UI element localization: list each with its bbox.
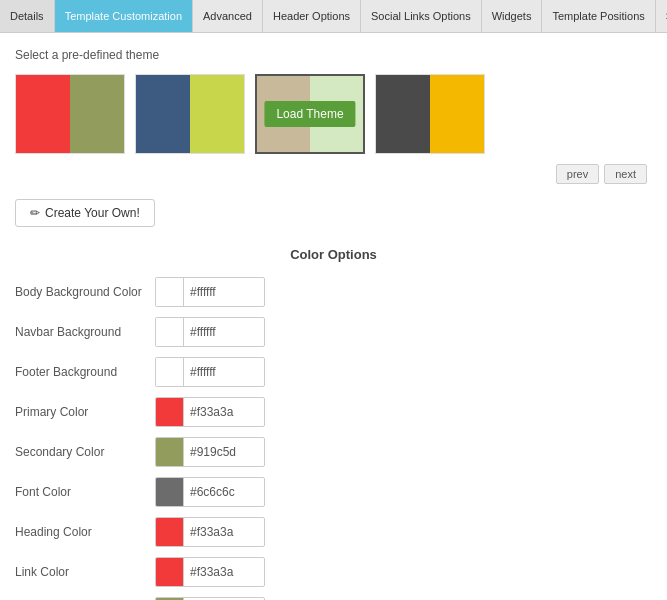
color-swatch-small[interactable] — [156, 358, 184, 386]
theme-swatch-theme4[interactable] — [375, 74, 485, 154]
theme-swatch-theme3[interactable]: Load Theme — [255, 74, 365, 154]
prev-button[interactable]: prev — [556, 164, 599, 184]
color-input-group — [155, 437, 265, 467]
color-text-input[interactable] — [184, 561, 264, 583]
color-swatch-small[interactable] — [156, 478, 184, 506]
color-rows-container: Body Background ColorNavbar BackgroundFo… — [15, 277, 652, 600]
load-theme-button[interactable]: Load Theme — [264, 101, 355, 127]
color-row-2: Footer Background — [15, 357, 652, 387]
tab-widgets[interactable]: Widgets — [482, 0, 543, 32]
theme-swatches: Load Theme — [15, 74, 652, 154]
color-row-1: Navbar Background — [15, 317, 652, 347]
color-swatch-small[interactable] — [156, 318, 184, 346]
color-row-4: Secondary Color — [15, 437, 652, 467]
swatch-color-left — [376, 75, 430, 153]
color-text-input[interactable] — [184, 441, 264, 463]
color-row-label: Navbar Background — [15, 325, 155, 339]
nav-tabs: DetailsTemplate CustomizationAdvancedHea… — [0, 0, 667, 33]
color-row-label: Link Color — [15, 565, 155, 579]
pencil-icon: ✏ — [30, 206, 40, 220]
color-row-label: Heading Color — [15, 525, 155, 539]
tab-template-customization[interactable]: Template Customization — [55, 0, 193, 32]
color-text-input[interactable] — [184, 281, 264, 303]
color-row-5: Font Color — [15, 477, 652, 507]
color-row-label: Primary Color — [15, 405, 155, 419]
theme-swatch-theme1[interactable] — [15, 74, 125, 154]
swatch-color-left — [136, 75, 190, 153]
color-input-group — [155, 277, 265, 307]
color-row-label: Font Color — [15, 485, 155, 499]
color-text-input[interactable] — [184, 481, 264, 503]
color-row-6: Heading Color — [15, 517, 652, 547]
tab-template-positions[interactable]: Template Positions — [542, 0, 655, 32]
color-input-group — [155, 557, 265, 587]
section-title: Select a pre-defined theme — [15, 48, 652, 62]
color-input-group — [155, 317, 265, 347]
color-input-group — [155, 477, 265, 507]
color-swatch-small[interactable] — [156, 278, 184, 306]
color-input-group — [155, 357, 265, 387]
color-swatch-small[interactable] — [156, 518, 184, 546]
tab-sample-data[interactable]: Sample Data — [656, 0, 667, 32]
color-row-label: Footer Background — [15, 365, 155, 379]
color-swatch-small[interactable] — [156, 438, 184, 466]
create-own-button[interactable]: ✏ ✏ Create Your Own! Create Your Own! — [15, 199, 155, 227]
tab-details[interactable]: Details — [0, 0, 55, 32]
tab-social-links-options[interactable]: Social Links Options — [361, 0, 482, 32]
color-text-input[interactable] — [184, 361, 264, 383]
swatch-color-left — [16, 75, 70, 153]
color-input-group — [155, 397, 265, 427]
swatch-color-right — [70, 75, 124, 153]
color-text-input[interactable] — [184, 521, 264, 543]
color-row-label: Secondary Color — [15, 445, 155, 459]
color-row-3: Primary Color — [15, 397, 652, 427]
color-text-input[interactable] — [184, 321, 264, 343]
color-options-title: Color Options — [15, 247, 652, 262]
theme-swatch-theme2[interactable] — [135, 74, 245, 154]
tab-header-options[interactable]: Header Options — [263, 0, 361, 32]
main-content: Select a pre-defined theme Load Theme pr… — [0, 33, 667, 600]
color-row-label: Body Background Color — [15, 285, 155, 299]
swatch-color-right — [190, 75, 244, 153]
color-input-group — [155, 517, 265, 547]
next-button[interactable]: next — [604, 164, 647, 184]
color-text-input[interactable] — [184, 401, 264, 423]
nav-buttons: prev next — [15, 164, 652, 184]
color-swatch-small[interactable] — [156, 398, 184, 426]
color-row-0: Body Background Color — [15, 277, 652, 307]
color-swatch-small[interactable] — [156, 558, 184, 586]
color-row-7: Link Color — [15, 557, 652, 587]
swatch-color-right — [430, 75, 484, 153]
tab-advanced[interactable]: Advanced — [193, 0, 263, 32]
